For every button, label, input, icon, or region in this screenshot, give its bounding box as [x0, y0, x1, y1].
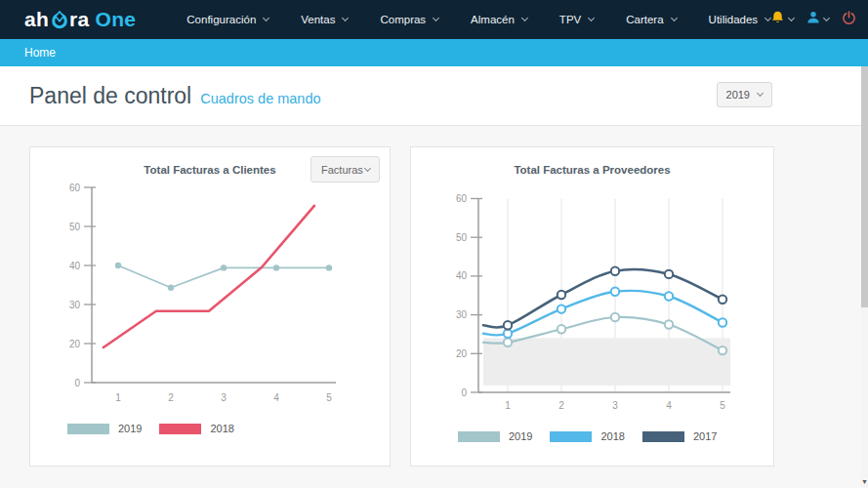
- nav-item-utilidades[interactable]: Utilidades: [709, 14, 771, 25]
- chevron-down-icon: [823, 15, 830, 21]
- account-button[interactable]: [806, 11, 829, 28]
- svg-text:3: 3: [612, 400, 618, 411]
- providers-line-chart: 0203040506012345: [411, 177, 773, 426]
- breadcrumb-home[interactable]: Home: [24, 46, 56, 60]
- svg-text:60: 60: [456, 193, 468, 204]
- chart-legend: 2019 2018: [67, 423, 234, 434]
- chevron-down-icon: [364, 164, 371, 171]
- logo-o-icon: [49, 10, 69, 30]
- nav-item-ventas[interactable]: Ventas: [301, 14, 348, 25]
- main-menu: Configuración Ventas Compras Almacén TPV…: [186, 14, 770, 25]
- scrollbar-thumb[interactable]: [861, 66, 868, 307]
- legend-swatch-2019: [67, 424, 109, 434]
- page-title: Panel de control Cuadros de mando: [29, 83, 321, 109]
- scrollbar[interactable]: ▼: [861, 66, 868, 488]
- year-select-value: 2019: [726, 89, 750, 101]
- page-subtitle: Cuadros de mando: [200, 91, 320, 106]
- card-total-facturas-clientes: Total Facturas a Clientes Facturas 02030…: [29, 146, 391, 467]
- svg-text:40: 40: [69, 261, 81, 271]
- card-total-facturas-proveedores: Total Facturas a Proveedores 02030405060…: [410, 146, 774, 467]
- chevron-down-icon: [342, 15, 349, 21]
- chevron-down-icon: [757, 90, 764, 97]
- legend-item-2019: 2019: [67, 423, 142, 434]
- svg-text:5: 5: [326, 392, 332, 403]
- svg-text:4: 4: [666, 400, 672, 411]
- svg-text:60: 60: [69, 183, 81, 193]
- nav-item-cartera[interactable]: Cartera: [626, 14, 676, 25]
- chevron-down-icon: [521, 15, 528, 21]
- nav-item-configuracion[interactable]: Configuración: [186, 14, 269, 25]
- page-header: Panel de control Cuadros de mando 2019: [0, 66, 868, 126]
- svg-text:20: 20: [456, 348, 468, 359]
- svg-text:2: 2: [168, 392, 174, 403]
- svg-text:0: 0: [74, 378, 80, 388]
- chevron-down-icon: [433, 15, 439, 21]
- scroll-down-arrow-icon[interactable]: ▼: [861, 478, 868, 486]
- chevron-down-icon: [263, 15, 269, 21]
- logo-text-right: ra: [69, 8, 89, 31]
- chevron-down-icon: [671, 15, 678, 21]
- nav-item-almacen[interactable]: Almacén: [471, 14, 527, 25]
- legend-item-2017: 2017: [642, 430, 717, 442]
- invoice-type-select-value: Facturas: [321, 164, 363, 176]
- svg-text:50: 50: [69, 222, 81, 232]
- svg-text:30: 30: [69, 300, 81, 310]
- clients-line-chart: 0203040506012345: [30, 177, 390, 421]
- notifications-button[interactable]: [770, 11, 794, 28]
- legend-item-2019: 2019: [458, 430, 532, 442]
- legend-item-2018: 2018: [550, 430, 624, 442]
- dashboard-screen: ah ra One Configuración Ventas Compras A…: [0, 0, 868, 488]
- svg-text:5: 5: [720, 400, 725, 411]
- svg-text:20: 20: [69, 339, 81, 349]
- svg-text:2: 2: [558, 400, 564, 411]
- svg-text:1: 1: [505, 400, 511, 411]
- nav-item-compras[interactable]: Compras: [380, 14, 438, 25]
- app-logo[interactable]: ah ra One: [24, 8, 136, 31]
- bell-icon: [770, 11, 785, 28]
- logo-text-left: ah: [24, 8, 49, 31]
- logo-suffix: One: [96, 8, 137, 31]
- nav-item-tpv[interactable]: TPV: [559, 14, 594, 25]
- chevron-down-icon: [788, 15, 795, 21]
- svg-text:30: 30: [456, 309, 468, 320]
- legend-swatch-2019: [458, 431, 500, 442]
- legend-swatch-2018: [550, 431, 592, 442]
- breadcrumb: Home: [0, 39, 868, 66]
- svg-text:1: 1: [115, 392, 121, 403]
- svg-text:0: 0: [461, 387, 467, 398]
- svg-text:50: 50: [456, 232, 468, 243]
- legend-swatch-2017: [642, 431, 684, 442]
- power-icon: [842, 11, 856, 29]
- user-icon: [806, 11, 820, 28]
- chart-title: Total Facturas a Proveedores: [411, 147, 773, 176]
- chevron-down-icon: [588, 15, 595, 21]
- chart-legend: 2019 2018 2017: [458, 430, 717, 442]
- svg-text:40: 40: [456, 270, 468, 281]
- year-select[interactable]: 2019: [717, 82, 772, 107]
- logout-button[interactable]: [842, 11, 856, 29]
- svg-text:3: 3: [221, 392, 227, 403]
- svg-text:4: 4: [273, 392, 279, 403]
- legend-item-2018: 2018: [159, 423, 233, 434]
- navbar-actions: [770, 11, 856, 29]
- legend-swatch-2018: [159, 424, 201, 434]
- top-navbar: ah ra One Configuración Ventas Compras A…: [0, 0, 868, 39]
